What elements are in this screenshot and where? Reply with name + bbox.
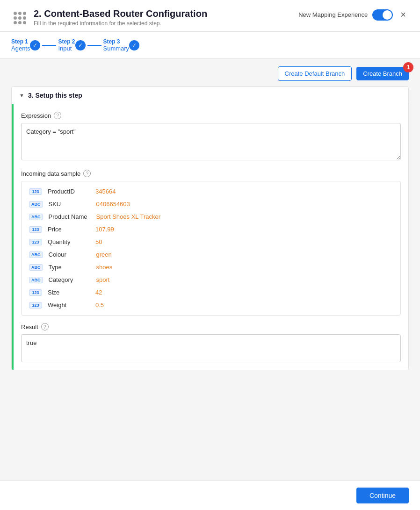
dialog-subtitle: Fill in the required information for the… xyxy=(34,20,207,27)
expression-label: Expression xyxy=(21,112,51,119)
new-mapping-label: New Mapping Experience xyxy=(298,11,368,18)
create-default-branch-button[interactable]: Create Default Branch xyxy=(278,66,352,81)
type-badge: ABC xyxy=(29,251,43,258)
step-2-name: Input xyxy=(58,45,75,52)
result-label-row: Result ? xyxy=(21,323,401,330)
table-row: 123 ProductID 345664 xyxy=(22,185,400,198)
step-3-number: Step 3 xyxy=(103,38,130,45)
dot xyxy=(18,21,22,24)
table-row: 123 Quantity 50 xyxy=(22,236,400,248)
table-row: 123 Weight 0.5 xyxy=(22,299,400,311)
table-row: ABC Product Name Sport Shoes XL Tracker xyxy=(22,210,400,223)
setup-section-card: ▼ 3. Setup this step Expression ? Incomi… xyxy=(11,86,409,370)
table-row: 123 Size 42 xyxy=(22,286,400,299)
step-3-item[interactable]: Step 3 Summary xyxy=(103,38,130,52)
result-box: true xyxy=(21,334,401,362)
field-name: Quantity xyxy=(48,238,90,245)
type-badge: 123 xyxy=(29,289,42,296)
field-value: green xyxy=(96,251,112,258)
field-name: Colour xyxy=(49,251,91,258)
step-2-label-group: Step 2 Input xyxy=(58,38,75,52)
table-row: 123 Price 107.99 xyxy=(22,223,400,236)
header-title-area: 2. Content-Based Router Configuration Fi… xyxy=(34,8,207,27)
continue-button[interactable]: Continue xyxy=(356,488,409,503)
table-row: ABC SKU 0406654603 xyxy=(22,198,400,210)
expression-label-row: Expression ? xyxy=(21,112,401,119)
type-badge: 123 xyxy=(29,226,42,233)
table-row: ABC Type shoes xyxy=(22,261,400,273)
result-help-icon[interactable]: ? xyxy=(41,323,49,330)
header-left: 2. Content-Based Router Configuration Fi… xyxy=(11,8,207,27)
dots-icon xyxy=(14,12,26,24)
app-icon xyxy=(11,9,28,26)
field-name: SKU xyxy=(49,201,91,208)
dialog-container: 2. Content-Based Router Configuration Fi… xyxy=(0,0,420,510)
field-value: Sport Shoes XL Tracker xyxy=(96,213,161,220)
create-branch-button[interactable]: Create Branch xyxy=(356,67,409,80)
steps-bar: Step 1 Agents ✓ Step 2 Input ✓ Step 3 Su… xyxy=(0,32,420,59)
dot xyxy=(14,12,17,15)
type-badge: ABC xyxy=(29,214,43,220)
dot xyxy=(23,21,26,24)
field-name: Category xyxy=(49,276,91,283)
expression-input[interactable] xyxy=(21,123,401,160)
step-1-item[interactable]: Step 1 Agents xyxy=(11,38,30,52)
step-2-number: Step 2 xyxy=(58,38,75,45)
dot xyxy=(18,12,22,15)
field-name: Price xyxy=(48,226,90,233)
toggle-knob xyxy=(383,10,392,20)
result-section: Result ? true xyxy=(21,323,401,362)
type-badge: 123 xyxy=(29,188,42,195)
dot xyxy=(23,12,26,15)
dot xyxy=(14,21,17,24)
section-header[interactable]: ▼ 3. Setup this step xyxy=(12,87,408,104)
field-value: 0406654603 xyxy=(96,201,130,208)
step-connector-2 xyxy=(87,45,101,46)
step-3-name: Summary xyxy=(103,45,130,52)
step-3-check: ✓ xyxy=(129,40,139,50)
field-value: 50 xyxy=(95,238,102,245)
create-branch-wrapper: Create Branch 1 xyxy=(356,67,409,80)
step-1-number: Step 1 xyxy=(11,38,30,45)
toolbar-row: Create Default Branch Create Branch 1 xyxy=(11,66,409,81)
step-1-label-group: Step 1 Agents xyxy=(11,38,30,52)
main-content: Create Default Branch Create Branch 1 ▼ … xyxy=(0,59,420,481)
step-2-item[interactable]: Step 2 Input xyxy=(58,38,75,52)
dialog-footer: Continue xyxy=(0,481,420,510)
field-value: 0.5 xyxy=(95,302,104,309)
dialog-header: 2. Content-Based Router Configuration Fi… xyxy=(0,0,420,32)
field-value: 107.99 xyxy=(95,226,114,233)
type-badge: ABC xyxy=(29,264,43,271)
field-name: ProductID xyxy=(48,188,90,195)
table-row: ABC Colour green xyxy=(22,248,400,261)
result-label: Result xyxy=(21,323,38,330)
expression-help-icon[interactable]: ? xyxy=(54,112,61,119)
type-badge: 123 xyxy=(29,302,42,309)
new-mapping-toggle[interactable] xyxy=(372,9,393,21)
type-badge: ABC xyxy=(29,201,43,208)
close-button[interactable]: × xyxy=(398,8,409,21)
table-row: ABC Category sport xyxy=(22,273,400,286)
incoming-data-label: Incoming data sample xyxy=(21,170,80,177)
branch-badge: 1 xyxy=(403,62,413,72)
field-value: 345664 xyxy=(95,188,116,195)
incoming-data-section: Incoming data sample ? 123 ProductID 345… xyxy=(21,170,401,316)
header-right: New Mapping Experience × xyxy=(298,8,409,21)
dialog-title: 2. Content-Based Router Configuration xyxy=(34,8,207,19)
field-name: Type xyxy=(49,264,91,271)
step-1-name: Agents xyxy=(11,45,30,52)
field-name: Weight xyxy=(48,302,90,309)
step-2-check: ✓ xyxy=(75,40,86,50)
field-value: 42 xyxy=(95,289,102,296)
field-name: Product Name xyxy=(49,213,91,220)
data-table: 123 ProductID 345664 ABC SKU 0406654603 … xyxy=(21,181,401,316)
incoming-data-help-icon[interactable]: ? xyxy=(83,170,91,177)
dot xyxy=(14,16,17,20)
type-badge: ABC xyxy=(29,277,43,283)
incoming-data-label-row: Incoming data sample ? xyxy=(21,170,401,177)
step-1-check: ✓ xyxy=(30,40,40,50)
dot xyxy=(23,16,26,20)
result-value: true xyxy=(26,339,36,346)
field-value: shoes xyxy=(96,264,113,271)
step-connector-1 xyxy=(42,45,56,46)
